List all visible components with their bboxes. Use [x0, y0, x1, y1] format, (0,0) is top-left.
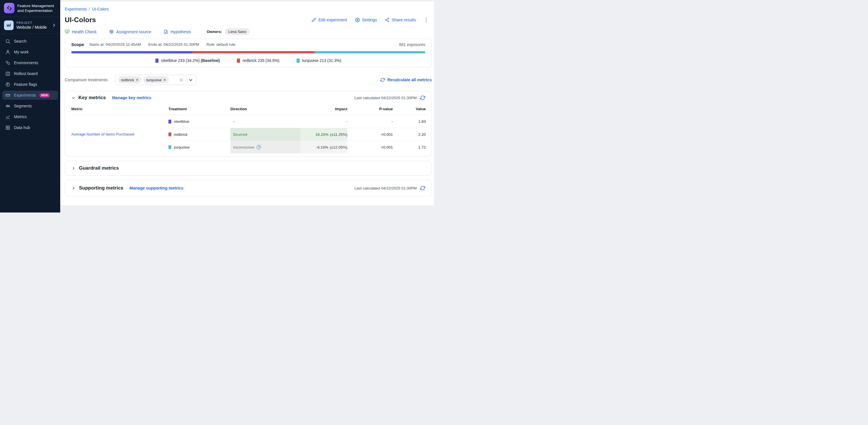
value-cell: 2.20	[393, 128, 426, 141]
refresh-icon[interactable]	[420, 185, 425, 191]
edit-experiment-button[interactable]: Edit experiment	[312, 18, 347, 22]
header-actions: Edit experiment Settings Share results	[312, 17, 428, 24]
recalculate-all-metrics-button[interactable]: Recalculate all metrics	[380, 78, 432, 82]
project-switcher[interactable]: w/ PROJECT Website / Mobile	[0, 17, 60, 33]
manage-key-metrics-link[interactable]: Manage key metrics	[112, 95, 151, 100]
sidebar-item-my-work[interactable]: My work	[2, 48, 58, 57]
chip-remove-icon[interactable]: ✕	[163, 78, 166, 82]
hexagons-icon	[5, 60, 10, 66]
more-options-kebab-icon[interactable]	[424, 17, 429, 24]
sidebar-item-label: Metrics	[14, 115, 27, 119]
turquoise-swatch	[297, 59, 300, 63]
p-value-cell: -	[347, 115, 393, 128]
sidebar-item-experiments[interactable]: Experiments NEW	[2, 91, 58, 100]
key-metrics-card: Key metrics Manage key metrics Last calc…	[65, 91, 432, 156]
col-header-p-value: P-value	[347, 104, 393, 115]
supporting-metrics-title: Supporting metrics	[79, 185, 123, 191]
legend-item-steelblue: steelblue 233 (34.2%) (Baseline)	[155, 58, 220, 63]
chip-label: turquoise	[146, 78, 161, 82]
breadcrumb-current-link[interactable]: UI-Colors	[92, 7, 109, 11]
sidebar-item-label: Segments	[14, 104, 32, 108]
table-row-turquoise-treatment: turquoise	[168, 141, 230, 153]
steelblue-swatch	[168, 120, 171, 124]
hypothesis-link[interactable]: Hypothesis	[164, 30, 191, 34]
collapse-chevron-down-icon[interactable]	[71, 96, 75, 100]
project-name: Website / Mobile	[17, 25, 47, 30]
direction-cell: -	[230, 115, 301, 128]
sidebar-item-label: Search	[14, 39, 26, 43]
sidebar-item-data-hub[interactable]: Data hub	[2, 123, 58, 132]
impact-cell: -	[301, 115, 347, 128]
people-icon	[5, 103, 10, 109]
impact-cell-desired: 20.25% (±11.25%)	[301, 128, 347, 141]
refresh-icon	[380, 78, 385, 82]
owner-pill[interactable]: Lena Sano	[225, 28, 250, 35]
recalculate-label: Recalculate all metrics	[388, 78, 432, 82]
chip-redbrick[interactable]: redbrick ✕	[118, 77, 141, 83]
page-title: UI-Colors	[65, 16, 96, 24]
comparison-treatments-select[interactable]: redbrick ✕ turquoise ✕	[115, 75, 196, 85]
last-calculated-text: Last calculated 04/22/2025 01:30PM	[354, 186, 417, 190]
heart-check-icon	[65, 29, 70, 34]
legend-item-turquoise: turquoise 213 (31.3%)	[297, 58, 341, 63]
clear-selection-icon[interactable]	[179, 78, 184, 82]
scope-card: Scope Starts at: 04/20/2025 11:45AM Ends…	[65, 39, 432, 67]
new-badge: NEW	[39, 93, 50, 97]
breadcrumb-experiments-link[interactable]: Experiments	[65, 7, 87, 11]
direction-cell-desired: Desired	[230, 128, 301, 141]
bar-segment-redbrick	[192, 51, 314, 53]
pencil-icon	[312, 18, 316, 22]
sidebar-item-segments[interactable]: Segments	[2, 101, 58, 111]
metric-link[interactable]: Average Number of Items Purchased	[71, 132, 134, 136]
share-results-label: Share results	[392, 18, 416, 22]
p-value-cell: <0.001	[347, 128, 393, 141]
share-icon	[385, 18, 390, 22]
health-check-link[interactable]: Health Check	[65, 29, 97, 34]
sidebar-item-label: Rollout board	[14, 71, 37, 76]
breadcrumb-separator: /	[89, 7, 90, 11]
settings-button[interactable]: Settings	[355, 18, 377, 23]
sidebar-item-metrics[interactable]: Metrics	[2, 112, 58, 121]
sidebar-nav: Search My work Environments Rollout boar…	[0, 34, 60, 135]
key-metrics-table: Metric Treatment Direction Impact P-valu…	[71, 104, 425, 153]
project-icon: w/	[4, 21, 13, 30]
scope-title: Scope	[71, 42, 84, 47]
sidebar-item-label: Experiments	[14, 93, 36, 97]
sidebar-item-feature-flags[interactable]: Feature flags	[2, 80, 58, 89]
exposures-count: 681 exposures	[399, 42, 425, 47]
col-header-treatment: Treatment	[168, 104, 230, 115]
refresh-icon[interactable]	[420, 95, 425, 100]
redbrick-swatch	[237, 59, 240, 63]
expand-chevron-right-icon[interactable]	[71, 166, 75, 171]
owners-group: Owners: Lena Sano	[207, 28, 250, 35]
app-title: Feature Management and Experimentation	[17, 3, 56, 13]
manage-supporting-metrics-link[interactable]: Manage supporting metrics	[129, 186, 183, 190]
treatment-legend: steelblue 233 (34.2%) (Baseline) redbric…	[71, 58, 425, 63]
assignment-source-link[interactable]: Assignment source	[109, 29, 151, 34]
col-header-value: Value	[393, 104, 426, 115]
redbrick-swatch	[168, 132, 171, 136]
chip-remove-icon[interactable]: ✕	[136, 78, 138, 82]
expand-chevron-right-icon[interactable]	[71, 186, 75, 190]
supporting-metrics-card: Supporting metrics Manage supporting met…	[65, 180, 432, 196]
sidebar-item-environments[interactable]: Environments	[2, 58, 58, 67]
sidebar-item-label: Data hub	[14, 125, 30, 130]
search-icon	[5, 39, 10, 44]
comparison-label: Comparison treatments	[65, 78, 107, 82]
breadcrumb: Experiments / UI-Colors	[65, 7, 432, 11]
sidebar-item-rollout-board[interactable]: Rollout board	[2, 69, 58, 78]
document-icon	[164, 30, 168, 34]
sidebar-item-search[interactable]: Search	[2, 37, 58, 46]
help-circle-icon[interactable]: ?	[256, 145, 261, 149]
impact-cell-inconclusive: -6.10% (±12.05%)	[301, 141, 347, 153]
share-results-button[interactable]: Share results	[385, 18, 416, 22]
table-row-steelblue-treatment: steelblue	[168, 115, 230, 128]
sidebar-item-label: Feature flags	[14, 82, 37, 87]
divider	[186, 77, 186, 83]
app-logo-row[interactable]: Feature Management and Experimentation	[0, 0, 60, 17]
chevron-down-icon[interactable]	[188, 78, 193, 82]
chip-turquoise[interactable]: turquoise ✕	[144, 77, 169, 83]
experiment-meta-row: Health Check Assignment source Hypothesi…	[65, 28, 432, 35]
value-cell: 1.83	[393, 115, 426, 128]
bar-segment-turquoise	[314, 51, 425, 53]
